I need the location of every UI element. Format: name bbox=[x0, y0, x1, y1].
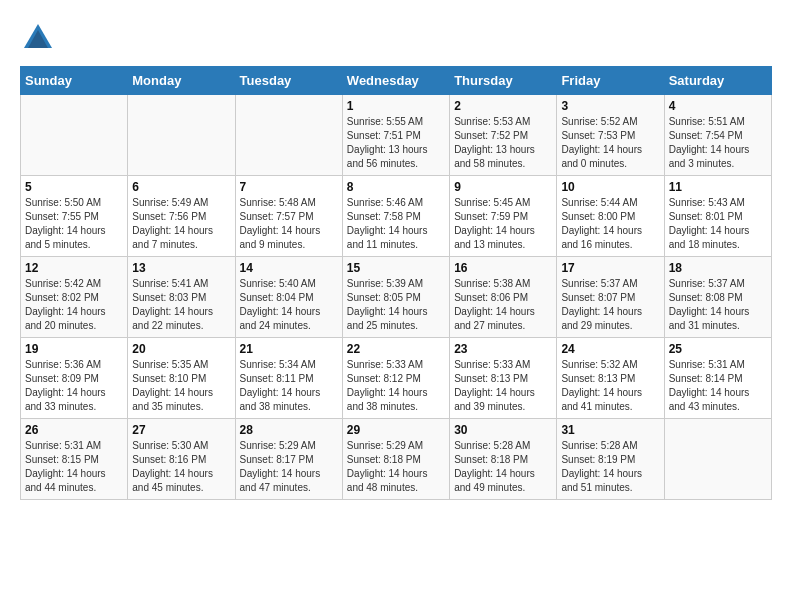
calendar-day-cell: 17Sunrise: 5:37 AMSunset: 8:07 PMDayligh… bbox=[557, 257, 664, 338]
calendar-day-cell: 12Sunrise: 5:42 AMSunset: 8:02 PMDayligh… bbox=[21, 257, 128, 338]
calendar-day-cell: 9Sunrise: 5:45 AMSunset: 7:59 PMDaylight… bbox=[450, 176, 557, 257]
calendar-day-cell: 18Sunrise: 5:37 AMSunset: 8:08 PMDayligh… bbox=[664, 257, 771, 338]
day-detail: Sunrise: 5:53 AMSunset: 7:52 PMDaylight:… bbox=[454, 115, 552, 171]
calendar-day-cell: 25Sunrise: 5:31 AMSunset: 8:14 PMDayligh… bbox=[664, 338, 771, 419]
calendar-day-cell: 29Sunrise: 5:29 AMSunset: 8:18 PMDayligh… bbox=[342, 419, 449, 500]
calendar-table: SundayMondayTuesdayWednesdayThursdayFrid… bbox=[20, 66, 772, 500]
day-number: 31 bbox=[561, 423, 659, 437]
calendar-day-cell: 6Sunrise: 5:49 AMSunset: 7:56 PMDaylight… bbox=[128, 176, 235, 257]
day-detail: Sunrise: 5:36 AMSunset: 8:09 PMDaylight:… bbox=[25, 358, 123, 414]
day-number: 7 bbox=[240, 180, 338, 194]
day-number: 8 bbox=[347, 180, 445, 194]
day-detail: Sunrise: 5:37 AMSunset: 8:07 PMDaylight:… bbox=[561, 277, 659, 333]
day-detail: Sunrise: 5:30 AMSunset: 8:16 PMDaylight:… bbox=[132, 439, 230, 495]
day-detail: Sunrise: 5:46 AMSunset: 7:58 PMDaylight:… bbox=[347, 196, 445, 252]
calendar-header: SundayMondayTuesdayWednesdayThursdayFrid… bbox=[21, 67, 772, 95]
calendar-day-cell: 8Sunrise: 5:46 AMSunset: 7:58 PMDaylight… bbox=[342, 176, 449, 257]
day-number: 10 bbox=[561, 180, 659, 194]
calendar-day-cell: 26Sunrise: 5:31 AMSunset: 8:15 PMDayligh… bbox=[21, 419, 128, 500]
day-number: 19 bbox=[25, 342, 123, 356]
day-detail: Sunrise: 5:42 AMSunset: 8:02 PMDaylight:… bbox=[25, 277, 123, 333]
day-detail: Sunrise: 5:49 AMSunset: 7:56 PMDaylight:… bbox=[132, 196, 230, 252]
calendar-day-cell bbox=[21, 95, 128, 176]
day-number: 26 bbox=[25, 423, 123, 437]
days-row: SundayMondayTuesdayWednesdayThursdayFrid… bbox=[21, 67, 772, 95]
day-number: 12 bbox=[25, 261, 123, 275]
page-header bbox=[20, 20, 772, 56]
day-detail: Sunrise: 5:48 AMSunset: 7:57 PMDaylight:… bbox=[240, 196, 338, 252]
calendar-week-row: 19Sunrise: 5:36 AMSunset: 8:09 PMDayligh… bbox=[21, 338, 772, 419]
calendar-day-cell: 16Sunrise: 5:38 AMSunset: 8:06 PMDayligh… bbox=[450, 257, 557, 338]
day-of-week-header: Wednesday bbox=[342, 67, 449, 95]
day-detail: Sunrise: 5:31 AMSunset: 8:15 PMDaylight:… bbox=[25, 439, 123, 495]
day-number: 5 bbox=[25, 180, 123, 194]
day-detail: Sunrise: 5:40 AMSunset: 8:04 PMDaylight:… bbox=[240, 277, 338, 333]
day-detail: Sunrise: 5:43 AMSunset: 8:01 PMDaylight:… bbox=[669, 196, 767, 252]
day-number: 15 bbox=[347, 261, 445, 275]
day-number: 27 bbox=[132, 423, 230, 437]
calendar-day-cell: 15Sunrise: 5:39 AMSunset: 8:05 PMDayligh… bbox=[342, 257, 449, 338]
calendar-day-cell: 19Sunrise: 5:36 AMSunset: 8:09 PMDayligh… bbox=[21, 338, 128, 419]
day-number: 28 bbox=[240, 423, 338, 437]
day-of-week-header: Friday bbox=[557, 67, 664, 95]
calendar-day-cell: 21Sunrise: 5:34 AMSunset: 8:11 PMDayligh… bbox=[235, 338, 342, 419]
calendar-day-cell: 20Sunrise: 5:35 AMSunset: 8:10 PMDayligh… bbox=[128, 338, 235, 419]
day-number: 18 bbox=[669, 261, 767, 275]
day-detail: Sunrise: 5:45 AMSunset: 7:59 PMDaylight:… bbox=[454, 196, 552, 252]
calendar-week-row: 1Sunrise: 5:55 AMSunset: 7:51 PMDaylight… bbox=[21, 95, 772, 176]
day-number: 3 bbox=[561, 99, 659, 113]
day-number: 4 bbox=[669, 99, 767, 113]
day-detail: Sunrise: 5:55 AMSunset: 7:51 PMDaylight:… bbox=[347, 115, 445, 171]
day-detail: Sunrise: 5:32 AMSunset: 8:13 PMDaylight:… bbox=[561, 358, 659, 414]
day-number: 17 bbox=[561, 261, 659, 275]
day-number: 14 bbox=[240, 261, 338, 275]
calendar-day-cell: 23Sunrise: 5:33 AMSunset: 8:13 PMDayligh… bbox=[450, 338, 557, 419]
calendar-day-cell: 7Sunrise: 5:48 AMSunset: 7:57 PMDaylight… bbox=[235, 176, 342, 257]
calendar-day-cell: 27Sunrise: 5:30 AMSunset: 8:16 PMDayligh… bbox=[128, 419, 235, 500]
day-of-week-header: Saturday bbox=[664, 67, 771, 95]
day-of-week-header: Tuesday bbox=[235, 67, 342, 95]
calendar-day-cell: 5Sunrise: 5:50 AMSunset: 7:55 PMDaylight… bbox=[21, 176, 128, 257]
calendar-week-row: 5Sunrise: 5:50 AMSunset: 7:55 PMDaylight… bbox=[21, 176, 772, 257]
day-number: 21 bbox=[240, 342, 338, 356]
calendar-day-cell: 11Sunrise: 5:43 AMSunset: 8:01 PMDayligh… bbox=[664, 176, 771, 257]
day-detail: Sunrise: 5:38 AMSunset: 8:06 PMDaylight:… bbox=[454, 277, 552, 333]
calendar-day-cell bbox=[235, 95, 342, 176]
day-number: 16 bbox=[454, 261, 552, 275]
day-detail: Sunrise: 5:28 AMSunset: 8:19 PMDaylight:… bbox=[561, 439, 659, 495]
day-number: 9 bbox=[454, 180, 552, 194]
day-number: 29 bbox=[347, 423, 445, 437]
calendar-day-cell: 24Sunrise: 5:32 AMSunset: 8:13 PMDayligh… bbox=[557, 338, 664, 419]
day-number: 25 bbox=[669, 342, 767, 356]
day-detail: Sunrise: 5:28 AMSunset: 8:18 PMDaylight:… bbox=[454, 439, 552, 495]
day-number: 23 bbox=[454, 342, 552, 356]
calendar-day-cell: 4Sunrise: 5:51 AMSunset: 7:54 PMDaylight… bbox=[664, 95, 771, 176]
day-detail: Sunrise: 5:34 AMSunset: 8:11 PMDaylight:… bbox=[240, 358, 338, 414]
calendar-day-cell: 30Sunrise: 5:28 AMSunset: 8:18 PMDayligh… bbox=[450, 419, 557, 500]
day-detail: Sunrise: 5:31 AMSunset: 8:14 PMDaylight:… bbox=[669, 358, 767, 414]
calendar-day-cell: 28Sunrise: 5:29 AMSunset: 8:17 PMDayligh… bbox=[235, 419, 342, 500]
day-detail: Sunrise: 5:29 AMSunset: 8:17 PMDaylight:… bbox=[240, 439, 338, 495]
day-number: 24 bbox=[561, 342, 659, 356]
day-of-week-header: Sunday bbox=[21, 67, 128, 95]
day-detail: Sunrise: 5:50 AMSunset: 7:55 PMDaylight:… bbox=[25, 196, 123, 252]
calendar-day-cell: 22Sunrise: 5:33 AMSunset: 8:12 PMDayligh… bbox=[342, 338, 449, 419]
day-detail: Sunrise: 5:51 AMSunset: 7:54 PMDaylight:… bbox=[669, 115, 767, 171]
day-detail: Sunrise: 5:39 AMSunset: 8:05 PMDaylight:… bbox=[347, 277, 445, 333]
day-detail: Sunrise: 5:35 AMSunset: 8:10 PMDaylight:… bbox=[132, 358, 230, 414]
logo-icon bbox=[20, 20, 56, 56]
day-number: 2 bbox=[454, 99, 552, 113]
calendar-day-cell bbox=[664, 419, 771, 500]
day-number: 6 bbox=[132, 180, 230, 194]
calendar-day-cell bbox=[128, 95, 235, 176]
calendar-day-cell: 3Sunrise: 5:52 AMSunset: 7:53 PMDaylight… bbox=[557, 95, 664, 176]
day-detail: Sunrise: 5:44 AMSunset: 8:00 PMDaylight:… bbox=[561, 196, 659, 252]
calendar-day-cell: 31Sunrise: 5:28 AMSunset: 8:19 PMDayligh… bbox=[557, 419, 664, 500]
day-detail: Sunrise: 5:37 AMSunset: 8:08 PMDaylight:… bbox=[669, 277, 767, 333]
day-number: 22 bbox=[347, 342, 445, 356]
calendar-body: 1Sunrise: 5:55 AMSunset: 7:51 PMDaylight… bbox=[21, 95, 772, 500]
calendar-week-row: 12Sunrise: 5:42 AMSunset: 8:02 PMDayligh… bbox=[21, 257, 772, 338]
day-detail: Sunrise: 5:33 AMSunset: 8:12 PMDaylight:… bbox=[347, 358, 445, 414]
day-detail: Sunrise: 5:41 AMSunset: 8:03 PMDaylight:… bbox=[132, 277, 230, 333]
day-detail: Sunrise: 5:33 AMSunset: 8:13 PMDaylight:… bbox=[454, 358, 552, 414]
